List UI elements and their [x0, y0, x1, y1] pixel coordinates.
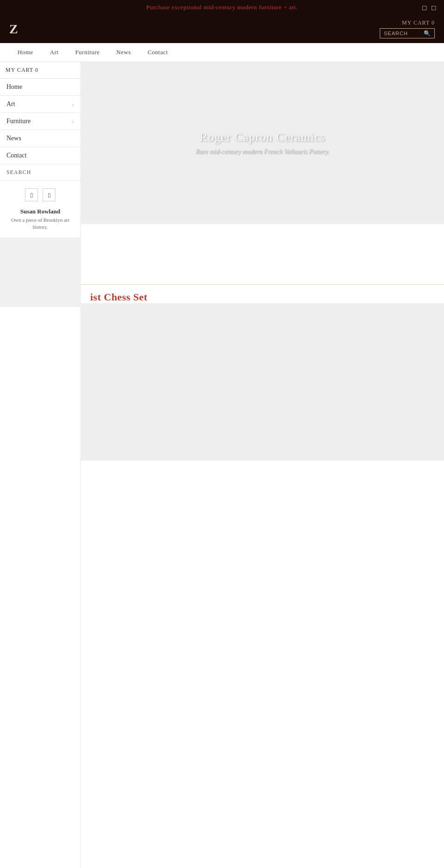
announcement-icons: ◻ ◻ [422, 4, 437, 11]
main-header: Z MY CART 0 🔍 [0, 15, 444, 43]
nav-item-news[interactable]: News [108, 43, 140, 62]
sidebar-item-home[interactable]: Home [0, 79, 80, 96]
header-search-button[interactable]: 🔍 [424, 30, 431, 37]
sidebar-item-home-label: Home [6, 83, 22, 91]
facebook-icon[interactable]: ▯ [25, 188, 38, 201]
chess-section: ist Chess Set [81, 284, 444, 461]
sidebar-social: ▯ ▯ [0, 181, 80, 205]
page-layout: MY CART 0 Home Art › Furniture › News Co… [0, 62, 444, 868]
nav-item-art[interactable]: Art [42, 43, 67, 62]
hero-subtitle: Rare mid-century modern French Vallauris… [196, 148, 329, 156]
owner-description: Own a piece of Brooklyn art history. [6, 217, 74, 231]
chess-image [81, 303, 444, 461]
sidebar-item-news[interactable]: News [0, 130, 80, 147]
main-content: Roger Capron Ceramics Rare mid-century m… [81, 62, 444, 868]
content-spacer [81, 224, 444, 284]
owner-name: Susan Rowland [6, 208, 74, 215]
header-cart-link[interactable]: MY CART 0 [402, 19, 435, 26]
announcement-bar: Purchase exceptional mid-century modern … [0, 0, 444, 15]
hero-banner: Roger Capron Ceramics Rare mid-century m… [81, 62, 444, 224]
sidebar-item-furniture[interactable]: Furniture › [0, 113, 80, 130]
sidebar-cart[interactable]: MY CART 0 [0, 62, 80, 79]
instagram-icon[interactable]: ▯ [43, 188, 56, 201]
sidebar-owner: Susan Rowland Own a piece of Brooklyn ar… [0, 205, 80, 237]
announcement-icon-2[interactable]: ◻ [431, 4, 437, 11]
sidebar-image [0, 237, 81, 307]
sidebar-item-furniture-label: Furniture [6, 118, 31, 125]
nav-item-furniture[interactable]: Furniture [67, 43, 108, 62]
announcement-text: Purchase exceptional mid-century modern … [146, 4, 297, 11]
sidebar: MY CART 0 Home Art › Furniture › News Co… [0, 62, 81, 868]
header-search-box: 🔍 [380, 28, 435, 38]
sidebar-item-art-label: Art [6, 100, 15, 108]
bottom-spacer [81, 461, 444, 831]
announcement-icon-1[interactable]: ◻ [422, 4, 427, 11]
nav-item-home[interactable]: Home [9, 43, 42, 62]
chevron-right-icon: › [72, 101, 74, 108]
sidebar-item-news-label: News [6, 135, 21, 142]
site-logo[interactable]: Z [9, 22, 19, 37]
sidebar-item-contact-label: Contact [6, 152, 27, 159]
chess-title: ist Chess Set [81, 285, 444, 303]
header-right: MY CART 0 🔍 [380, 19, 435, 38]
nav-bar: Home Art Furniture News Contact [0, 43, 444, 62]
nav-item-contact[interactable]: Contact [139, 43, 176, 62]
sidebar-item-art[interactable]: Art › [0, 96, 80, 113]
sidebar-item-contact[interactable]: Contact [0, 147, 80, 164]
hero-title: Roger Capron Ceramics [199, 131, 325, 144]
sidebar-search[interactable]: SEARCH [0, 164, 80, 181]
chevron-right-icon: › [72, 118, 74, 125]
header-search-input[interactable] [384, 31, 421, 36]
